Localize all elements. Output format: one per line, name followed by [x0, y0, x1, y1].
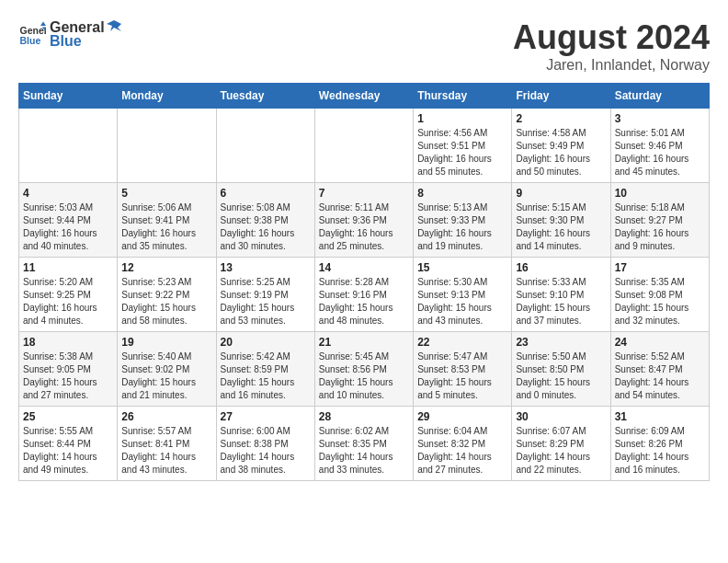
day-info: Sunrise: 5:18 AM Sunset: 9:27 PM Dayligh…: [615, 201, 705, 253]
day-cell: 2Sunrise: 4:58 AM Sunset: 9:49 PM Daylig…: [512, 109, 610, 183]
day-cell: 12Sunrise: 5:23 AM Sunset: 9:22 PM Dayli…: [118, 258, 216, 332]
day-number: 2: [516, 112, 606, 125]
day-info: Sunrise: 5:33 AM Sunset: 9:10 PM Dayligh…: [516, 276, 606, 327]
day-number: 19: [121, 336, 211, 349]
day-info: Sunrise: 5:42 AM Sunset: 8:59 PM Dayligh…: [221, 350, 311, 402]
day-info: Sunrise: 5:35 AM Sunset: 9:08 PM Dayligh…: [615, 276, 705, 327]
week-row-1: 1Sunrise: 4:56 AM Sunset: 9:51 PM Daylig…: [19, 109, 710, 183]
day-info: Sunrise: 5:40 AM Sunset: 9:02 PM Dayligh…: [121, 350, 211, 402]
day-number: 22: [417, 336, 507, 349]
day-cell: 11Sunrise: 5:20 AM Sunset: 9:25 PM Dayli…: [19, 258, 118, 332]
day-number: 7: [319, 187, 409, 200]
week-row-4: 18Sunrise: 5:38 AM Sunset: 9:05 PM Dayli…: [19, 332, 710, 407]
day-info: Sunrise: 5:06 AM Sunset: 9:41 PM Dayligh…: [121, 201, 211, 253]
day-cell: 22Sunrise: 5:47 AM Sunset: 8:53 PM Dayli…: [414, 332, 512, 407]
day-info: Sunrise: 6:02 AM Sunset: 8:35 PM Dayligh…: [319, 425, 409, 477]
month-title: August 2024: [513, 18, 710, 57]
day-info: Sunrise: 5:47 AM Sunset: 8:53 PM Dayligh…: [417, 350, 507, 402]
svg-marker-2: [40, 22, 46, 27]
day-number: 11: [23, 261, 113, 274]
day-info: Sunrise: 5:38 AM Sunset: 9:05 PM Dayligh…: [23, 350, 113, 402]
day-cell: 30Sunrise: 6:07 AM Sunset: 8:29 PM Dayli…: [512, 407, 610, 481]
day-number: 14: [319, 261, 409, 274]
day-info: Sunrise: 5:25 AM Sunset: 9:19 PM Dayligh…: [221, 276, 311, 327]
weekday-header-monday: Monday: [118, 84, 216, 109]
week-row-2: 4Sunrise: 5:03 AM Sunset: 9:44 PM Daylig…: [19, 183, 710, 258]
day-cell: 25Sunrise: 5:55 AM Sunset: 8:44 PM Dayli…: [19, 407, 118, 481]
day-info: Sunrise: 5:08 AM Sunset: 9:38 PM Dayligh…: [221, 201, 311, 253]
weekday-header-thursday: Thursday: [414, 84, 512, 109]
day-cell: 14Sunrise: 5:28 AM Sunset: 9:16 PM Dayli…: [314, 258, 413, 332]
day-info: Sunrise: 5:30 AM Sunset: 9:13 PM Dayligh…: [417, 276, 507, 327]
day-number: 31: [615, 410, 705, 423]
weekday-header-tuesday: Tuesday: [216, 84, 314, 109]
day-cell: 3Sunrise: 5:01 AM Sunset: 9:46 PM Daylig…: [610, 109, 709, 183]
day-number: 30: [516, 410, 606, 423]
logo-bird-icon: [105, 18, 123, 37]
day-info: Sunrise: 5:57 AM Sunset: 8:41 PM Dayligh…: [121, 425, 211, 477]
day-cell: 7Sunrise: 5:11 AM Sunset: 9:36 PM Daylig…: [314, 183, 413, 258]
day-number: 6: [221, 187, 311, 200]
day-cell: 13Sunrise: 5:25 AM Sunset: 9:19 PM Dayli…: [216, 258, 314, 332]
day-number: 10: [615, 187, 705, 200]
day-cell: 23Sunrise: 5:50 AM Sunset: 8:50 PM Dayli…: [512, 332, 610, 407]
day-number: 16: [516, 261, 606, 274]
svg-text:Blue: Blue: [20, 35, 41, 46]
day-info: Sunrise: 5:11 AM Sunset: 9:36 PM Dayligh…: [319, 201, 409, 253]
day-cell: 18Sunrise: 5:38 AM Sunset: 9:05 PM Dayli…: [19, 332, 118, 407]
day-info: Sunrise: 5:20 AM Sunset: 9:25 PM Dayligh…: [23, 276, 113, 327]
day-cell: 15Sunrise: 5:30 AM Sunset: 9:13 PM Dayli…: [414, 258, 512, 332]
day-number: 13: [221, 261, 311, 274]
day-info: Sunrise: 5:28 AM Sunset: 9:16 PM Dayligh…: [319, 276, 409, 327]
day-number: 23: [516, 336, 606, 349]
day-cell: 16Sunrise: 5:33 AM Sunset: 9:10 PM Dayli…: [512, 258, 610, 332]
day-cell: [118, 109, 216, 183]
day-cell: [314, 109, 413, 183]
day-number: 25: [23, 410, 113, 423]
day-cell: 26Sunrise: 5:57 AM Sunset: 8:41 PM Dayli…: [118, 407, 216, 481]
day-info: Sunrise: 5:15 AM Sunset: 9:30 PM Dayligh…: [516, 201, 606, 253]
day-cell: 19Sunrise: 5:40 AM Sunset: 9:02 PM Dayli…: [118, 332, 216, 407]
day-info: Sunrise: 6:09 AM Sunset: 8:26 PM Dayligh…: [615, 425, 705, 477]
day-cell: 4Sunrise: 5:03 AM Sunset: 9:44 PM Daylig…: [19, 183, 118, 258]
day-info: Sunrise: 5:50 AM Sunset: 8:50 PM Dayligh…: [516, 350, 606, 402]
day-number: 5: [121, 187, 211, 200]
day-info: Sunrise: 5:55 AM Sunset: 8:44 PM Dayligh…: [23, 425, 113, 477]
weekday-header-sunday: Sunday: [19, 84, 118, 109]
day-info: Sunrise: 5:13 AM Sunset: 9:33 PM Dayligh…: [417, 201, 507, 253]
day-cell: [19, 109, 118, 183]
day-info: Sunrise: 6:00 AM Sunset: 8:38 PM Dayligh…: [221, 425, 311, 477]
day-number: 1: [417, 112, 507, 125]
logo-icon: General Blue: [18, 20, 46, 48]
day-cell: 6Sunrise: 5:08 AM Sunset: 9:38 PM Daylig…: [216, 183, 314, 258]
day-cell: 5Sunrise: 5:06 AM Sunset: 9:41 PM Daylig…: [118, 183, 216, 258]
weekday-header-friday: Friday: [512, 84, 610, 109]
day-number: 29: [417, 410, 507, 423]
day-cell: 17Sunrise: 5:35 AM Sunset: 9:08 PM Dayli…: [610, 258, 709, 332]
day-number: 9: [516, 187, 606, 200]
day-cell: 10Sunrise: 5:18 AM Sunset: 9:27 PM Dayli…: [610, 183, 709, 258]
day-info: Sunrise: 4:58 AM Sunset: 9:49 PM Dayligh…: [516, 127, 606, 178]
day-number: 20: [221, 336, 311, 349]
week-row-3: 11Sunrise: 5:20 AM Sunset: 9:25 PM Dayli…: [19, 258, 710, 332]
day-cell: [216, 109, 314, 183]
day-cell: 31Sunrise: 6:09 AM Sunset: 8:26 PM Dayli…: [610, 407, 709, 481]
weekday-header-row: SundayMondayTuesdayWednesdayThursdayFrid…: [19, 84, 710, 109]
location: Jaren, Innlandet, Norway: [513, 57, 710, 74]
calendar-table: SundayMondayTuesdayWednesdayThursdayFrid…: [18, 83, 710, 481]
day-number: 28: [319, 410, 409, 423]
day-number: 4: [23, 187, 113, 200]
svg-marker-4: [107, 20, 121, 31]
week-row-5: 25Sunrise: 5:55 AM Sunset: 8:44 PM Dayli…: [19, 407, 710, 481]
day-number: 3: [615, 112, 705, 125]
day-cell: 21Sunrise: 5:45 AM Sunset: 8:56 PM Dayli…: [314, 332, 413, 407]
day-info: Sunrise: 4:56 AM Sunset: 9:51 PM Dayligh…: [417, 127, 507, 178]
day-cell: 28Sunrise: 6:02 AM Sunset: 8:35 PM Dayli…: [314, 407, 413, 481]
day-number: 18: [23, 336, 113, 349]
day-cell: 29Sunrise: 6:04 AM Sunset: 8:32 PM Dayli…: [414, 407, 512, 481]
logo: General Blue General Blue: [18, 18, 123, 50]
day-info: Sunrise: 5:23 AM Sunset: 9:22 PM Dayligh…: [121, 276, 211, 327]
day-cell: 20Sunrise: 5:42 AM Sunset: 8:59 PM Dayli…: [216, 332, 314, 407]
day-number: 26: [121, 410, 211, 423]
day-number: 15: [417, 261, 507, 274]
